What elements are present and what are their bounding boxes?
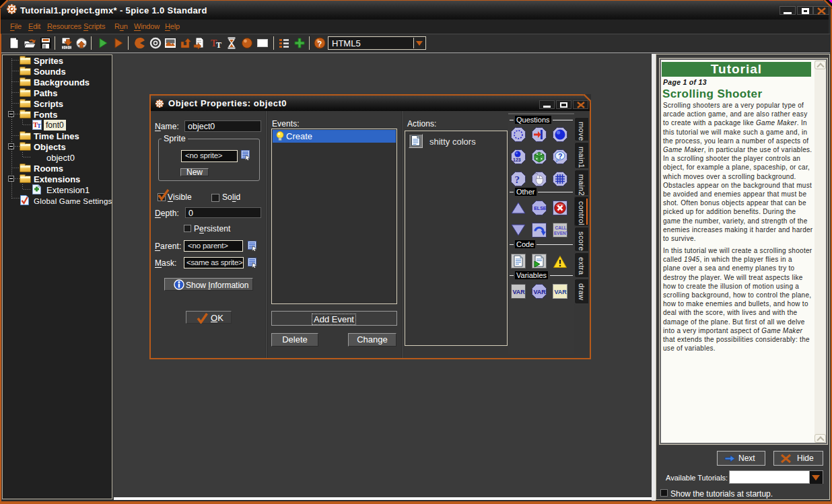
svg-text:?: ? <box>318 40 322 48</box>
svg-text:VAR: VAR <box>534 289 547 295</box>
svg-text:EVENT: EVENT <box>554 231 567 236</box>
svg-text:?: ? <box>515 174 520 185</box>
svg-text:123: 123 <box>513 157 521 162</box>
svg-text:T: T <box>216 40 221 50</box>
svg-text:CALL: CALL <box>555 225 567 230</box>
svg-text:T: T <box>37 122 41 129</box>
svg-text:ELSE: ELSE <box>534 206 547 211</box>
svg-text:VAR: VAR <box>555 289 567 295</box>
svg-text:?: ? <box>558 152 562 160</box>
svg-text:VAR: VAR <box>513 289 526 295</box>
